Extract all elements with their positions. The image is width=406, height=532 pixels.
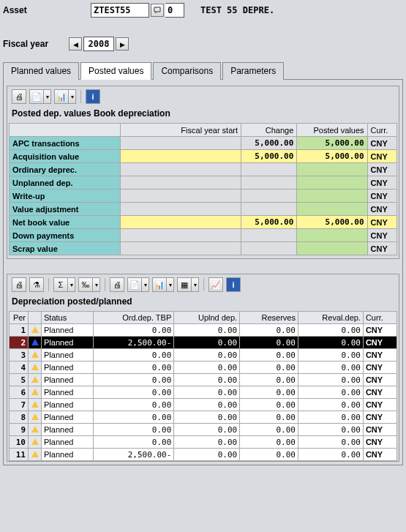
spreadsheet-dropdown[interactable]: ▾ <box>69 89 76 104</box>
warning-icon <box>31 413 39 420</box>
dep-col-rev[interactable]: Reval.dep. <box>298 312 363 324</box>
dep-col-ord[interactable]: Ord.dep. TBP <box>93 312 174 324</box>
cell-status-icon <box>29 436 42 449</box>
dep-subtotal-button[interactable]: ‰ <box>78 277 93 292</box>
cell-ord: 0.00 <box>93 436 174 449</box>
dep-row[interactable]: 10Planned0.000.000.000.00CNY <box>10 436 397 449</box>
posted-row[interactable]: Unplanned dep.CNY <box>10 176 397 190</box>
cell-period: 2 <box>10 337 29 349</box>
cell-ord: 2,500.00- <box>93 449 174 461</box>
dep-print-button[interactable]: 🖨 <box>12 277 26 292</box>
fiscal-year-input[interactable] <box>83 37 114 51</box>
dep-row[interactable]: 9Planned0.000.000.000.00CNY <box>10 424 397 436</box>
warning-icon <box>31 351 39 358</box>
dep-col-per[interactable]: Per <box>10 312 29 324</box>
dep-row[interactable]: 5Planned0.000.000.000.00CNY <box>10 374 397 386</box>
cell-ord: 0.00 <box>93 424 174 436</box>
export-icon: 📄 <box>31 92 42 102</box>
cell-posted <box>297 176 367 190</box>
asset-f4-button[interactable] <box>151 4 164 17</box>
posted-col-change[interactable]: Change <box>241 124 297 137</box>
cell-upl: 0.00 <box>174 386 240 399</box>
fiscal-row: Fiscal year <box>0 34 406 54</box>
asset-subnumber-input[interactable] <box>165 3 184 18</box>
dep-row[interactable]: 1Planned0.000.000.000.00CNY <box>10 324 397 337</box>
cell-change: 5,000.00 <box>241 216 297 229</box>
cell-rev: 0.00 <box>298 449 363 461</box>
dep-export-button[interactable]: 📄 <box>127 277 142 292</box>
posted-table: Fiscal year start Change Posted values C… <box>9 123 397 255</box>
posted-col-posted[interactable]: Posted values <box>297 124 367 137</box>
dep-col-curr[interactable]: Curr. <box>363 312 396 324</box>
cell-rev: 0.00 <box>298 361 363 374</box>
dep-row[interactable]: 6Planned0.000.000.000.00CNY <box>10 386 397 399</box>
cell-curr: CNY <box>367 203 396 216</box>
row-label: Down payments <box>10 229 121 242</box>
cell-ord: 0.00 <box>93 399 174 411</box>
cell-status: Planned <box>42 374 94 386</box>
posted-col-blank[interactable] <box>10 124 121 137</box>
export-button[interactable]: 📄 <box>29 89 44 104</box>
dep-col-res[interactable]: Reserves <box>240 312 298 324</box>
posted-col-fys[interactable]: Fiscal year start <box>121 124 241 137</box>
cell-status: Planned <box>42 386 94 399</box>
dep-col-status[interactable]: Status <box>42 312 94 324</box>
tab-posted-values[interactable]: Posted values <box>80 62 151 80</box>
dep-spreadsheet-button[interactable]: 📊 <box>152 277 167 292</box>
posted-row[interactable]: Down paymentsCNY <box>10 229 397 242</box>
dep-print2-button[interactable]: 🖨 <box>110 277 124 292</box>
dep-export-dropdown[interactable]: ▾ <box>142 277 149 292</box>
cell-fys <box>121 242 241 255</box>
cell-status-icon <box>29 411 42 424</box>
tab-parameters[interactable]: Parameters <box>222 62 284 80</box>
dep-sum-button[interactable]: Σ <box>53 277 68 292</box>
next-year-button[interactable] <box>116 37 129 50</box>
warning-icon <box>31 438 39 445</box>
dep-subtotal-dropdown[interactable]: ▾ <box>93 277 100 292</box>
cell-rev: 0.00 <box>298 386 363 399</box>
posted-row[interactable]: APC transactions5,000.005,000.00CNY <box>10 137 397 150</box>
cell-status-icon <box>29 361 42 374</box>
posted-row[interactable]: Acquisition value5,000.005,000.00CNY <box>10 150 397 163</box>
dep-col-upl[interactable]: Uplnd dep. <box>174 312 240 324</box>
dep-row[interactable]: 3Planned0.000.000.000.00CNY <box>10 349 397 361</box>
dep-row[interactable]: 2Planned2,500.00-0.000.000.00CNY <box>10 337 397 349</box>
posted-row[interactable]: Ordinary deprec.CNY <box>10 163 397 176</box>
dep-row[interactable]: 8Planned0.000.000.000.00CNY <box>10 411 397 424</box>
cell-ord: 0.00 <box>93 386 174 399</box>
prev-year-button[interactable] <box>69 37 82 50</box>
export-dropdown[interactable]: ▾ <box>44 89 51 104</box>
tab-comparisons[interactable]: Comparisons <box>153 62 221 80</box>
dep-row[interactable]: 11Planned2,500.00-0.000.000.00CNY <box>10 449 397 461</box>
posted-row[interactable]: Write-upCNY <box>10 190 397 203</box>
posted-col-curr[interactable]: Curr. <box>367 124 396 137</box>
cell-res: 0.00 <box>240 399 298 411</box>
dep-col-icon[interactable] <box>29 312 42 324</box>
dep-layout-dropdown[interactable]: ▾ <box>192 277 199 292</box>
cell-period: 1 <box>10 324 29 337</box>
dep-layout-button[interactable]: ▦ <box>177 277 192 292</box>
dep-filter-button[interactable]: ⚗ <box>29 277 44 292</box>
posted-row[interactable]: Value adjustmentCNY <box>10 203 397 216</box>
cell-curr: CNY <box>363 337 396 349</box>
info-icon: i <box>91 92 94 101</box>
dep-row[interactable]: 7Planned0.000.000.000.00CNY <box>10 399 397 411</box>
posted-row[interactable]: Net book value5,000.005,000.00CNY <box>10 216 397 229</box>
cell-change <box>241 203 297 216</box>
posted-row[interactable]: Scrap valueCNY <box>10 242 397 255</box>
dep-spreadsheet-dropdown[interactable]: ▾ <box>167 277 174 292</box>
print-button[interactable]: 🖨 <box>12 89 26 104</box>
dep-info-button[interactable]: i <box>226 277 241 292</box>
cell-posted: 5,000.00 <box>297 137 367 150</box>
tab-planned-values[interactable]: Planned values <box>3 62 79 80</box>
cell-ord: 0.00 <box>93 349 174 361</box>
spreadsheet-button[interactable]: 📊 <box>54 89 69 104</box>
cell-upl: 0.00 <box>174 436 240 449</box>
dep-row[interactable]: 4Planned0.000.000.000.00CNY <box>10 361 397 374</box>
dep-graphic-button[interactable]: 📈 <box>208 277 223 292</box>
asset-input[interactable] <box>91 3 149 18</box>
cell-fys <box>121 137 241 150</box>
info-button[interactable]: i <box>86 89 100 104</box>
cell-res: 0.00 <box>240 424 298 436</box>
dep-sum-dropdown[interactable]: ▾ <box>68 277 75 292</box>
